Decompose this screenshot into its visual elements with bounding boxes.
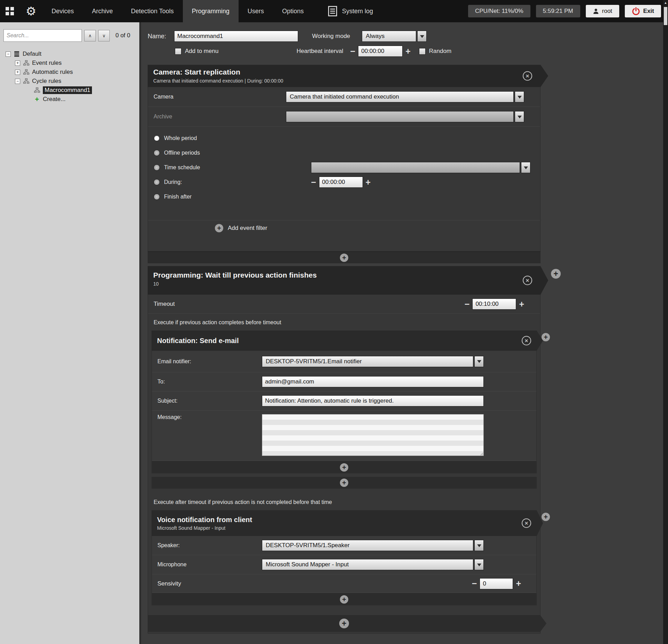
vertical-scrollbar[interactable]: ▲ bbox=[663, 0, 668, 644]
search-prev-button[interactable]: ∧ bbox=[84, 30, 96, 41]
to-field[interactable] bbox=[262, 376, 484, 387]
name-field[interactable] bbox=[174, 31, 298, 42]
radio-during[interactable]: During: − + bbox=[154, 175, 535, 189]
voice-card-title: Voice notification from client bbox=[157, 516, 517, 524]
chevron-down-icon[interactable] bbox=[521, 162, 530, 173]
camera-value: Camera that initiated command execution bbox=[286, 91, 514, 102]
tab-programming[interactable]: Programming bbox=[183, 0, 239, 22]
tab-users[interactable]: Users bbox=[239, 0, 273, 22]
settings-gear-icon[interactable]: ⚙ bbox=[20, 0, 42, 22]
email-notifier-select[interactable]: DESKTOP-5VRITM5/1.Email notifier bbox=[262, 356, 484, 367]
add-action-after-button[interactable]: + bbox=[551, 269, 561, 279]
heartbeat-minus-button[interactable]: − bbox=[350, 47, 356, 56]
collapse-expander-icon[interactable]: − bbox=[6, 52, 11, 57]
radio-offline-periods[interactable]: Offline periods bbox=[154, 146, 535, 160]
radio-icon[interactable] bbox=[154, 179, 160, 185]
exit-button[interactable]: Exit bbox=[625, 5, 661, 17]
radio-label: During: bbox=[164, 179, 182, 185]
radio-finish-after[interactable]: Finish after bbox=[154, 189, 535, 204]
archive-select[interactable] bbox=[286, 111, 524, 122]
radio-time-schedule[interactable]: Time schedule bbox=[154, 160, 535, 175]
sensitivity-plus-button[interactable]: + bbox=[516, 579, 521, 588]
tab-archive[interactable]: Archive bbox=[83, 0, 122, 22]
tree-item-macrocommand1[interactable]: Macrocommand1 bbox=[33, 86, 139, 95]
radio-icon[interactable] bbox=[154, 164, 160, 171]
camera-action-card: Camera: Start replication Camera that in… bbox=[148, 65, 541, 263]
during-plus-button[interactable]: + bbox=[366, 178, 371, 187]
chevron-down-icon[interactable] bbox=[474, 559, 484, 570]
close-button[interactable]: ✕ bbox=[522, 519, 531, 528]
tree-item-event-rules[interactable]: + Event rules bbox=[15, 59, 139, 68]
add-event-filter-button[interactable]: + Add event filter bbox=[148, 220, 540, 236]
close-icon: ✕ bbox=[525, 338, 528, 343]
archive-row: Archive bbox=[148, 107, 540, 127]
close-button[interactable]: ✕ bbox=[523, 276, 532, 285]
scroll-up-icon[interactable]: ▲ bbox=[663, 0, 668, 6]
user-badge[interactable]: root bbox=[586, 5, 619, 17]
sensitivity-row: Sensivity − + bbox=[152, 574, 536, 593]
timeout-minus-button[interactable]: − bbox=[465, 300, 470, 309]
rules-tree: − Default + Event rules + Automatic rule… bbox=[0, 47, 139, 104]
message-field[interactable] bbox=[262, 414, 484, 456]
tab-detection-tools[interactable]: Detection Tools bbox=[122, 0, 183, 22]
radio-label: Offline periods bbox=[164, 150, 200, 156]
search-input[interactable] bbox=[3, 29, 82, 42]
chevron-down-icon[interactable] bbox=[515, 91, 524, 102]
expand-icon[interactable]: + bbox=[15, 61, 20, 66]
tree-item-label-selected: Macrocommand1 bbox=[43, 86, 92, 94]
time-schedule-select[interactable] bbox=[311, 162, 530, 173]
radio-icon[interactable] bbox=[154, 150, 160, 156]
tree-item-create[interactable]: + Create... bbox=[33, 95, 139, 104]
tree-item-default[interactable]: − Default bbox=[6, 49, 139, 59]
tree-item-automatic-rules[interactable]: + Automatic rules bbox=[15, 68, 139, 77]
subject-field[interactable] bbox=[262, 395, 484, 406]
timeout-input[interactable] bbox=[472, 298, 516, 310]
radio-whole-period[interactable]: Whole period bbox=[154, 131, 535, 146]
system-log-button[interactable]: System log bbox=[328, 0, 373, 22]
collapse-expander-icon[interactable]: − bbox=[15, 79, 20, 84]
sensitivity-minus-button[interactable]: − bbox=[472, 579, 477, 588]
chevron-down-icon[interactable] bbox=[474, 356, 484, 367]
rule-icon bbox=[23, 60, 30, 66]
sensitivity-input[interactable] bbox=[480, 578, 513, 589]
add-action-strip: + bbox=[148, 251, 541, 263]
email-card-title: Notification: Send e-mail bbox=[157, 337, 517, 345]
working-mode-select[interactable]: Always bbox=[362, 31, 427, 42]
add-action-button[interactable]: + bbox=[340, 254, 348, 262]
exit-label: Exit bbox=[643, 8, 654, 15]
chevron-down-icon[interactable] bbox=[474, 540, 484, 551]
timeout-plus-button[interactable]: + bbox=[519, 300, 524, 309]
time-schedule-value bbox=[311, 162, 520, 173]
wait-card-subtitle: 10 bbox=[153, 281, 520, 287]
add-action-button[interactable]: + bbox=[340, 479, 348, 487]
tab-options[interactable]: Options bbox=[273, 0, 313, 22]
power-icon bbox=[632, 7, 640, 15]
speaker-select[interactable]: DESKTOP-5VRITM5/1.Speaker bbox=[262, 540, 484, 551]
add-action-button[interactable]: + bbox=[339, 619, 349, 628]
close-button[interactable]: ✕ bbox=[523, 71, 532, 81]
heartbeat-input[interactable] bbox=[358, 46, 403, 57]
tab-devices[interactable]: Devices bbox=[42, 0, 83, 22]
radio-icon[interactable] bbox=[154, 135, 160, 141]
close-button[interactable]: ✕ bbox=[522, 336, 531, 346]
tree-item-label: Event rules bbox=[32, 60, 62, 67]
microphone-select[interactable]: Microsoft Sound Mapper - Input bbox=[262, 559, 484, 570]
add-action-button[interactable]: + bbox=[340, 595, 348, 604]
search-next-button[interactable]: ∨ bbox=[98, 30, 110, 41]
heartbeat-plus-button[interactable]: + bbox=[405, 47, 411, 56]
random-checkbox[interactable] bbox=[419, 48, 426, 55]
expand-icon[interactable]: + bbox=[15, 70, 20, 75]
add-to-menu-checkbox[interactable] bbox=[175, 48, 181, 55]
radio-icon[interactable] bbox=[154, 194, 160, 200]
scrollbar-thumb[interactable] bbox=[664, 7, 667, 25]
during-input[interactable] bbox=[319, 177, 363, 188]
tree-item-label: Default bbox=[23, 51, 41, 57]
chevron-down-icon[interactable] bbox=[417, 31, 427, 42]
app-menu-button[interactable] bbox=[0, 0, 20, 22]
tree-item-cycle-rules[interactable]: − Cycle rules bbox=[15, 77, 139, 86]
camera-select[interactable]: Camera that initiated command execution bbox=[286, 91, 524, 102]
during-minus-button[interactable]: − bbox=[311, 178, 316, 187]
add-action-button[interactable]: + bbox=[340, 463, 348, 472]
server-icon bbox=[13, 51, 20, 57]
chevron-down-icon[interactable] bbox=[515, 111, 524, 122]
